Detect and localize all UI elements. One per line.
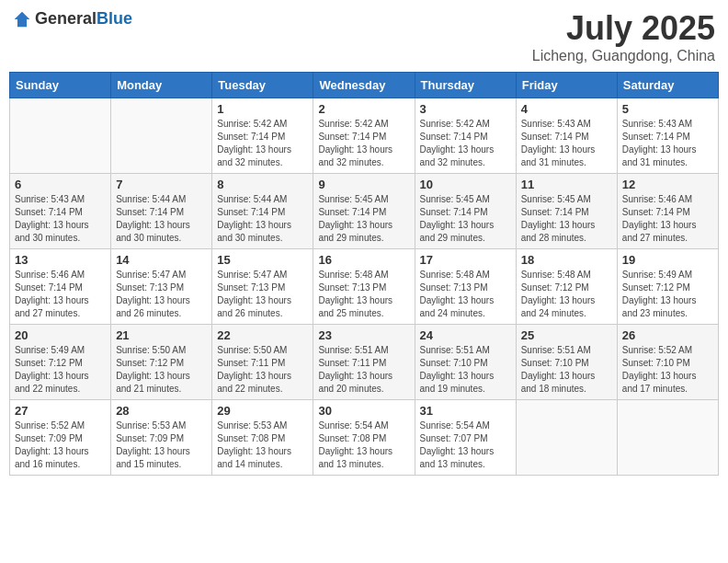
- day-cell: 6Sunrise: 5:43 AMSunset: 7:14 PMDaylight…: [10, 174, 111, 249]
- day-cell: 10Sunrise: 5:45 AMSunset: 7:14 PMDayligh…: [415, 174, 516, 249]
- day-info: Sunrise: 5:52 AMSunset: 7:10 PMDaylight:…: [622, 344, 713, 396]
- title-area: July 2025 Licheng, Guangdong, China: [532, 9, 715, 64]
- day-number: 25: [521, 328, 612, 342]
- day-cell: 17Sunrise: 5:48 AMSunset: 7:13 PMDayligh…: [415, 249, 516, 325]
- header: GeneralBlue July 2025 Licheng, Guangdong…: [9, 9, 719, 64]
- weekday-header-friday: Friday: [516, 73, 617, 98]
- location: Licheng, Guangdong, China: [532, 48, 715, 64]
- day-number: 21: [116, 328, 207, 342]
- day-info: Sunrise: 5:46 AMSunset: 7:14 PMDaylight:…: [622, 193, 713, 245]
- day-number: 13: [15, 253, 106, 267]
- logo-general: General: [35, 9, 97, 28]
- day-info: Sunrise: 5:48 AMSunset: 7:12 PMDaylight:…: [521, 269, 612, 320]
- weekday-header-tuesday: Tuesday: [212, 73, 313, 98]
- day-cell: 1Sunrise: 5:42 AMSunset: 7:14 PMDaylight…: [212, 98, 313, 174]
- day-info: Sunrise: 5:46 AMSunset: 7:14 PMDaylight:…: [15, 269, 106, 320]
- day-cell: 21Sunrise: 5:50 AMSunset: 7:12 PMDayligh…: [111, 325, 212, 400]
- weekday-header-wednesday: Wednesday: [313, 73, 415, 98]
- day-cell: 22Sunrise: 5:50 AMSunset: 7:11 PMDayligh…: [212, 325, 313, 400]
- day-number: 4: [521, 102, 612, 116]
- day-number: 7: [116, 178, 207, 191]
- day-info: Sunrise: 5:54 AMSunset: 7:08 PMDaylight:…: [318, 419, 409, 471]
- logo-icon: [13, 10, 31, 29]
- logo: GeneralBlue: [13, 9, 132, 29]
- day-cell: [516, 400, 617, 476]
- day-cell: 9Sunrise: 5:45 AMSunset: 7:14 PMDaylight…: [313, 174, 415, 249]
- weekday-header-saturday: Saturday: [617, 73, 718, 98]
- day-number: 18: [521, 253, 612, 267]
- day-cell: 19Sunrise: 5:49 AMSunset: 7:12 PMDayligh…: [617, 249, 718, 325]
- day-number: 27: [15, 404, 106, 418]
- day-cell: 24Sunrise: 5:51 AMSunset: 7:10 PMDayligh…: [415, 325, 516, 400]
- day-info: Sunrise: 5:42 AMSunset: 7:14 PMDaylight:…: [420, 118, 511, 169]
- day-number: 31: [420, 404, 511, 418]
- day-cell: 30Sunrise: 5:54 AMSunset: 7:08 PMDayligh…: [313, 400, 415, 476]
- week-row-4: 20Sunrise: 5:49 AMSunset: 7:12 PMDayligh…: [10, 325, 719, 400]
- day-info: Sunrise: 5:49 AMSunset: 7:12 PMDaylight:…: [15, 344, 106, 396]
- day-info: Sunrise: 5:43 AMSunset: 7:14 PMDaylight:…: [622, 118, 713, 169]
- day-info: Sunrise: 5:53 AMSunset: 7:08 PMDaylight:…: [217, 419, 308, 471]
- day-number: 16: [318, 253, 409, 267]
- day-cell: 29Sunrise: 5:53 AMSunset: 7:08 PMDayligh…: [212, 400, 313, 476]
- day-number: 3: [420, 102, 511, 116]
- day-cell: 14Sunrise: 5:47 AMSunset: 7:13 PMDayligh…: [111, 249, 212, 325]
- day-cell: 8Sunrise: 5:44 AMSunset: 7:14 PMDaylight…: [212, 174, 313, 249]
- day-number: 10: [420, 178, 511, 191]
- day-cell: 18Sunrise: 5:48 AMSunset: 7:12 PMDayligh…: [516, 249, 617, 325]
- day-number: 19: [622, 253, 713, 267]
- day-info: Sunrise: 5:53 AMSunset: 7:09 PMDaylight:…: [116, 419, 207, 471]
- day-cell: 16Sunrise: 5:48 AMSunset: 7:13 PMDayligh…: [313, 249, 415, 325]
- weekday-header-sunday: Sunday: [10, 73, 111, 98]
- day-number: 30: [318, 404, 409, 418]
- weekday-header-thursday: Thursday: [415, 73, 516, 98]
- day-cell: [111, 98, 212, 174]
- day-number: 2: [318, 102, 409, 116]
- day-info: Sunrise: 5:48 AMSunset: 7:13 PMDaylight:…: [318, 269, 409, 320]
- day-number: 29: [217, 404, 308, 418]
- month-year: July 2025: [532, 9, 715, 48]
- logo-text: GeneralBlue: [35, 9, 132, 29]
- day-number: 8: [217, 178, 308, 191]
- day-cell: [10, 98, 111, 174]
- day-info: Sunrise: 5:42 AMSunset: 7:14 PMDaylight:…: [217, 118, 308, 169]
- day-cell: 27Sunrise: 5:52 AMSunset: 7:09 PMDayligh…: [10, 400, 111, 476]
- day-cell: 28Sunrise: 5:53 AMSunset: 7:09 PMDayligh…: [111, 400, 212, 476]
- week-row-2: 6Sunrise: 5:43 AMSunset: 7:14 PMDaylight…: [10, 174, 719, 249]
- day-cell: 7Sunrise: 5:44 AMSunset: 7:14 PMDaylight…: [111, 174, 212, 249]
- day-number: 15: [217, 253, 308, 267]
- week-row-3: 13Sunrise: 5:46 AMSunset: 7:14 PMDayligh…: [10, 249, 719, 325]
- day-number: 20: [15, 328, 106, 342]
- day-cell: 11Sunrise: 5:45 AMSunset: 7:14 PMDayligh…: [516, 174, 617, 249]
- day-number: 23: [318, 328, 409, 342]
- day-number: 26: [622, 328, 713, 342]
- day-info: Sunrise: 5:50 AMSunset: 7:12 PMDaylight:…: [116, 344, 207, 396]
- day-cell: 12Sunrise: 5:46 AMSunset: 7:14 PMDayligh…: [617, 174, 718, 249]
- week-row-1: 1Sunrise: 5:42 AMSunset: 7:14 PMDaylight…: [10, 98, 719, 174]
- day-cell: 23Sunrise: 5:51 AMSunset: 7:11 PMDayligh…: [313, 325, 415, 400]
- day-number: 6: [15, 178, 106, 191]
- day-number: 24: [420, 328, 511, 342]
- day-cell: 3Sunrise: 5:42 AMSunset: 7:14 PMDaylight…: [415, 98, 516, 174]
- day-number: 22: [217, 328, 308, 342]
- day-cell: 2Sunrise: 5:42 AMSunset: 7:14 PMDaylight…: [313, 98, 415, 174]
- day-info: Sunrise: 5:47 AMSunset: 7:13 PMDaylight:…: [217, 269, 308, 320]
- day-info: Sunrise: 5:44 AMSunset: 7:14 PMDaylight:…: [116, 193, 207, 245]
- day-info: Sunrise: 5:48 AMSunset: 7:13 PMDaylight:…: [420, 269, 511, 320]
- day-info: Sunrise: 5:45 AMSunset: 7:14 PMDaylight:…: [318, 193, 409, 245]
- day-cell: 13Sunrise: 5:46 AMSunset: 7:14 PMDayligh…: [10, 249, 111, 325]
- day-info: Sunrise: 5:43 AMSunset: 7:14 PMDaylight:…: [15, 193, 106, 245]
- day-number: 14: [116, 253, 207, 267]
- day-cell: 5Sunrise: 5:43 AMSunset: 7:14 PMDaylight…: [617, 98, 718, 174]
- day-cell: 25Sunrise: 5:51 AMSunset: 7:10 PMDayligh…: [516, 325, 617, 400]
- day-info: Sunrise: 5:42 AMSunset: 7:14 PMDaylight:…: [318, 118, 409, 169]
- day-cell: 4Sunrise: 5:43 AMSunset: 7:14 PMDaylight…: [516, 98, 617, 174]
- day-info: Sunrise: 5:51 AMSunset: 7:11 PMDaylight:…: [318, 344, 409, 396]
- day-info: Sunrise: 5:47 AMSunset: 7:13 PMDaylight:…: [116, 269, 207, 320]
- day-number: 28: [116, 404, 207, 418]
- day-info: Sunrise: 5:52 AMSunset: 7:09 PMDaylight:…: [15, 419, 106, 471]
- weekday-header-monday: Monday: [111, 73, 212, 98]
- day-info: Sunrise: 5:44 AMSunset: 7:14 PMDaylight:…: [217, 193, 308, 245]
- day-cell: [617, 400, 718, 476]
- svg-marker-0: [15, 11, 30, 27]
- day-number: 5: [622, 102, 713, 116]
